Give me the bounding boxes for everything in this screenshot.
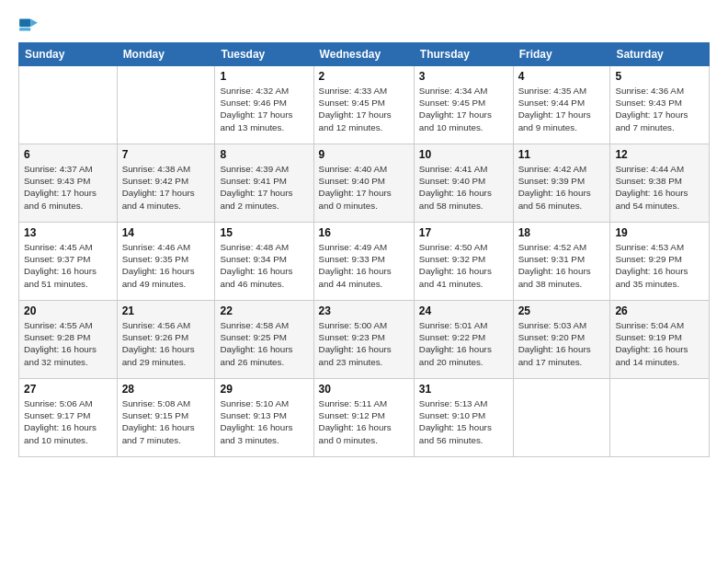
day-number: 3 — [419, 70, 508, 83]
day-header-friday: Friday — [513, 43, 610, 66]
day-detail: Sunrise: 4:45 AMSunset: 9:37 PMDaylight:… — [24, 241, 112, 290]
calendar-cell: 4Sunrise: 4:35 AMSunset: 9:44 PMDaylight… — [513, 66, 610, 144]
calendar-cell — [513, 379, 610, 457]
calendar-cell: 19Sunrise: 4:53 AMSunset: 9:29 PMDayligh… — [610, 223, 710, 301]
calendar-cell: 24Sunrise: 5:01 AMSunset: 9:22 PMDayligh… — [414, 301, 513, 379]
day-number: 8 — [220, 148, 308, 161]
logo-icon — [18, 15, 39, 35]
calendar-cell: 7Sunrise: 4:38 AMSunset: 9:42 PMDaylight… — [117, 144, 215, 223]
day-detail: Sunrise: 4:49 AMSunset: 9:33 PMDaylight:… — [319, 241, 409, 290]
calendar-week-row: 13Sunrise: 4:45 AMSunset: 9:37 PMDayligh… — [19, 223, 710, 301]
day-number: 25 — [518, 304, 606, 317]
day-detail: Sunrise: 4:48 AMSunset: 9:34 PMDaylight:… — [220, 241, 308, 290]
day-number: 24 — [419, 304, 508, 317]
day-detail: Sunrise: 4:52 AMSunset: 9:31 PMDaylight:… — [518, 241, 606, 290]
day-detail: Sunrise: 4:37 AMSunset: 9:43 PMDaylight:… — [24, 163, 112, 212]
calendar-cell: 1Sunrise: 4:32 AMSunset: 9:46 PMDaylight… — [215, 66, 313, 144]
calendar-cell: 27Sunrise: 5:06 AMSunset: 9:17 PMDayligh… — [19, 379, 118, 457]
day-detail: Sunrise: 4:44 AMSunset: 9:38 PMDaylight:… — [615, 163, 704, 212]
day-detail: Sunrise: 4:38 AMSunset: 9:42 PMDaylight:… — [122, 163, 210, 212]
day-number: 7 — [122, 148, 210, 161]
calendar-cell: 3Sunrise: 4:34 AMSunset: 9:45 PMDaylight… — [414, 66, 513, 144]
calendar-cell: 14Sunrise: 4:46 AMSunset: 9:35 PMDayligh… — [117, 223, 215, 301]
svg-rect-2 — [19, 28, 30, 30]
logo — [18, 15, 40, 35]
day-detail: Sunrise: 5:10 AMSunset: 9:13 PMDaylight:… — [220, 397, 308, 446]
calendar-cell: 31Sunrise: 5:13 AMSunset: 9:10 PMDayligh… — [414, 379, 513, 457]
calendar-week-row: 1Sunrise: 4:32 AMSunset: 9:46 PMDaylight… — [19, 66, 710, 144]
day-number: 4 — [518, 70, 606, 83]
day-number: 20 — [24, 304, 112, 317]
day-header-saturday: Saturday — [610, 43, 710, 66]
page: SundayMondayTuesdayWednesdayThursdayFrid… — [0, 0, 728, 563]
calendar-cell — [610, 379, 710, 457]
calendar-cell: 13Sunrise: 4:45 AMSunset: 9:37 PMDayligh… — [19, 223, 118, 301]
calendar-cell: 15Sunrise: 4:48 AMSunset: 9:34 PMDayligh… — [215, 223, 313, 301]
day-header-sunday: Sunday — [19, 43, 118, 66]
day-detail: Sunrise: 4:39 AMSunset: 9:41 PMDaylight:… — [220, 163, 308, 212]
calendar-cell: 2Sunrise: 4:33 AMSunset: 9:45 PMDaylight… — [313, 66, 414, 144]
day-number: 21 — [122, 304, 210, 317]
day-detail: Sunrise: 4:42 AMSunset: 9:39 PMDaylight:… — [518, 163, 606, 212]
day-detail: Sunrise: 5:03 AMSunset: 9:20 PMDaylight:… — [518, 319, 606, 368]
calendar-cell: 12Sunrise: 4:44 AMSunset: 9:38 PMDayligh… — [610, 144, 710, 223]
day-number: 6 — [24, 148, 112, 161]
day-detail: Sunrise: 5:06 AMSunset: 9:17 PMDaylight:… — [24, 397, 112, 446]
calendar-cell: 30Sunrise: 5:11 AMSunset: 9:12 PMDayligh… — [313, 379, 414, 457]
day-header-thursday: Thursday — [414, 43, 513, 66]
day-number: 28 — [122, 383, 210, 396]
day-number: 13 — [24, 226, 112, 239]
day-number: 15 — [220, 226, 308, 239]
calendar-cell: 5Sunrise: 4:36 AMSunset: 9:43 PMDaylight… — [610, 66, 710, 144]
day-detail: Sunrise: 4:58 AMSunset: 9:25 PMDaylight:… — [220, 319, 308, 368]
day-number: 22 — [220, 304, 308, 317]
calendar-cell: 8Sunrise: 4:39 AMSunset: 9:41 PMDaylight… — [215, 144, 313, 223]
calendar-cell: 28Sunrise: 5:08 AMSunset: 9:15 PMDayligh… — [117, 379, 215, 457]
calendar-cell — [19, 66, 118, 144]
calendar-table: SundayMondayTuesdayWednesdayThursdayFrid… — [18, 42, 710, 457]
calendar-cell: 10Sunrise: 4:41 AMSunset: 9:40 PMDayligh… — [414, 144, 513, 223]
calendar-cell: 25Sunrise: 5:03 AMSunset: 9:20 PMDayligh… — [513, 301, 610, 379]
day-detail: Sunrise: 4:36 AMSunset: 9:43 PMDaylight:… — [615, 85, 704, 133]
calendar-header-row: SundayMondayTuesdayWednesdayThursdayFrid… — [19, 43, 710, 66]
day-number: 10 — [419, 148, 508, 161]
day-number: 1 — [220, 70, 308, 83]
day-number: 5 — [615, 70, 704, 83]
day-detail: Sunrise: 4:53 AMSunset: 9:29 PMDaylight:… — [615, 241, 704, 290]
calendar-cell: 26Sunrise: 5:04 AMSunset: 9:19 PMDayligh… — [610, 301, 710, 379]
day-detail: Sunrise: 4:55 AMSunset: 9:28 PMDaylight:… — [24, 319, 112, 368]
day-number: 19 — [615, 226, 704, 239]
day-detail: Sunrise: 4:50 AMSunset: 9:32 PMDaylight:… — [419, 241, 508, 290]
day-detail: Sunrise: 5:13 AMSunset: 9:10 PMDaylight:… — [419, 397, 508, 446]
day-detail: Sunrise: 4:33 AMSunset: 9:45 PMDaylight:… — [319, 85, 409, 133]
calendar-week-row: 27Sunrise: 5:06 AMSunset: 9:17 PMDayligh… — [19, 379, 710, 457]
day-header-wednesday: Wednesday — [313, 43, 414, 66]
day-detail: Sunrise: 5:01 AMSunset: 9:22 PMDaylight:… — [419, 319, 508, 368]
day-number: 30 — [319, 383, 409, 396]
day-number: 27 — [24, 383, 112, 396]
calendar-cell: 17Sunrise: 4:50 AMSunset: 9:32 PMDayligh… — [414, 223, 513, 301]
day-detail: Sunrise: 5:00 AMSunset: 9:23 PMDaylight:… — [319, 319, 409, 368]
day-number: 31 — [419, 383, 508, 396]
day-number: 23 — [319, 304, 409, 317]
calendar-cell: 22Sunrise: 4:58 AMSunset: 9:25 PMDayligh… — [215, 301, 313, 379]
calendar-cell: 11Sunrise: 4:42 AMSunset: 9:39 PMDayligh… — [513, 144, 610, 223]
day-number: 14 — [122, 226, 210, 239]
calendar-week-row: 6Sunrise: 4:37 AMSunset: 9:43 PMDaylight… — [19, 144, 710, 223]
day-number: 17 — [419, 226, 508, 239]
day-number: 16 — [319, 226, 409, 239]
day-number: 29 — [220, 383, 308, 396]
day-detail: Sunrise: 4:56 AMSunset: 9:26 PMDaylight:… — [122, 319, 210, 368]
day-header-monday: Monday — [117, 43, 215, 66]
day-detail: Sunrise: 5:08 AMSunset: 9:15 PMDaylight:… — [122, 397, 210, 446]
calendar-cell — [117, 66, 215, 144]
day-header-tuesday: Tuesday — [215, 43, 313, 66]
calendar-cell: 6Sunrise: 4:37 AMSunset: 9:43 PMDaylight… — [19, 144, 118, 223]
day-number: 12 — [615, 148, 704, 161]
day-number: 11 — [518, 148, 606, 161]
day-detail: Sunrise: 5:11 AMSunset: 9:12 PMDaylight:… — [319, 397, 409, 446]
day-detail: Sunrise: 4:34 AMSunset: 9:45 PMDaylight:… — [419, 85, 508, 133]
day-detail: Sunrise: 4:40 AMSunset: 9:40 PMDaylight:… — [319, 163, 409, 212]
day-number: 18 — [518, 226, 606, 239]
day-number: 26 — [615, 304, 704, 317]
